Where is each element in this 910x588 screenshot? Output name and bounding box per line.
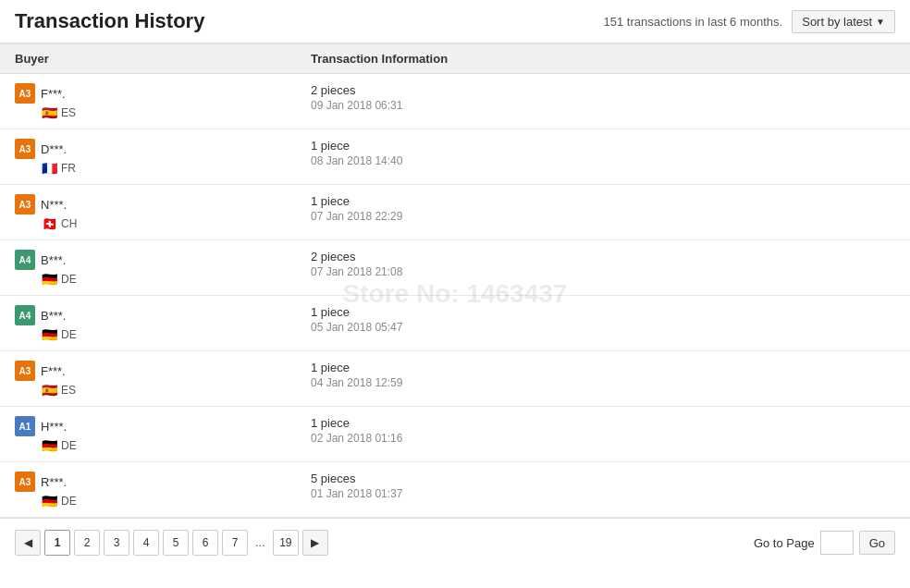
country-code: CH bbox=[61, 217, 77, 230]
avatar: A3 bbox=[15, 139, 35, 159]
sort-label: Sort by latest bbox=[802, 15, 872, 29]
tx-date: 05 Jan 2018 05:47 bbox=[311, 321, 895, 334]
buyer-top: A3 F***. bbox=[15, 83, 311, 104]
tx-pieces: 1 piece bbox=[311, 416, 895, 430]
buyer-top: A3 R***. bbox=[15, 472, 311, 492]
tx-date: 07 Jan 2018 22:29 bbox=[311, 210, 895, 223]
buyer-col: A3 F***. 🇪🇸 ES bbox=[15, 361, 311, 397]
pagination: ◀ 1234567...19 ▶ Go to Page Go bbox=[0, 518, 910, 567]
tx-col: 1 piece 07 Jan 2018 22:29 bbox=[311, 194, 895, 223]
buyer-top: A3 N***. bbox=[15, 194, 311, 214]
buyer-top: A3 F***. bbox=[15, 361, 311, 381]
avatar: A3 bbox=[15, 472, 35, 492]
buyer-country: 🇪🇸 ES bbox=[41, 384, 311, 397]
buyer-country: 🇩🇪 DE bbox=[41, 328, 311, 341]
pagination-ellipsis: ... bbox=[252, 530, 269, 556]
prev-page-button[interactable]: ◀ bbox=[15, 530, 41, 556]
goto-input[interactable] bbox=[820, 531, 854, 555]
col-buyer-header: Buyer bbox=[15, 52, 311, 66]
page-button-3[interactable]: 3 bbox=[104, 530, 129, 556]
page-button-6[interactable]: 6 bbox=[192, 530, 218, 556]
table-row: A1 H***. 🇩🇪 DE 1 piece 02 Jan 2018 01:16 bbox=[0, 407, 910, 462]
col-transaction-header: Transaction Information bbox=[311, 52, 895, 66]
pagination-right: Go to Page Go bbox=[754, 531, 895, 555]
flag-icon: 🇩🇪 bbox=[41, 496, 57, 507]
avatar: A3 bbox=[15, 361, 35, 381]
buyer-country: 🇩🇪 DE bbox=[41, 273, 311, 286]
buyer-col: A3 N***. 🇨🇭 CH bbox=[15, 194, 311, 230]
buyer-col: A4 B***. 🇩🇪 DE bbox=[15, 305, 311, 341]
page-button-5[interactable]: 5 bbox=[163, 530, 189, 556]
table-row: A3 F***. 🇪🇸 ES 2 pieces 09 Jan 2018 06:3… bbox=[0, 74, 910, 129]
sort-button[interactable]: Sort by latest ▼ bbox=[792, 10, 895, 33]
tx-pieces: 2 pieces bbox=[311, 250, 895, 263]
next-page-button[interactable]: ▶ bbox=[302, 530, 328, 556]
flag-icon: 🇪🇸 bbox=[41, 385, 57, 396]
buyer-top: A3 D***. bbox=[15, 139, 311, 159]
buyer-country: 🇪🇸 ES bbox=[41, 106, 311, 119]
flag-icon: 🇫🇷 bbox=[41, 163, 57, 174]
tx-date: 09 Jan 2018 06:31 bbox=[311, 99, 895, 112]
buyer-col: A1 H***. 🇩🇪 DE bbox=[15, 416, 311, 452]
table-row: A3 R***. 🇩🇪 DE 5 pieces 01 Jan 2018 01:3… bbox=[0, 462, 910, 518]
buyer-country: 🇩🇪 DE bbox=[41, 495, 311, 508]
country-code: DE bbox=[61, 273, 77, 286]
buyer-col: A4 B***. 🇩🇪 DE bbox=[15, 250, 311, 286]
tx-pieces: 1 piece bbox=[311, 139, 895, 153]
buyer-name: H***. bbox=[41, 420, 67, 434]
page-title: Transaction History bbox=[15, 9, 204, 33]
buyer-top: A4 B***. bbox=[15, 250, 311, 270]
tx-date: 08 Jan 2018 14:40 bbox=[311, 154, 895, 167]
goto-label: Go to Page bbox=[754, 536, 815, 550]
buyer-name: N***. bbox=[41, 198, 67, 212]
country-code: ES bbox=[61, 384, 76, 397]
go-button[interactable]: Go bbox=[859, 531, 895, 555]
buyer-country: 🇫🇷 FR bbox=[41, 162, 311, 175]
buyer-name: B***. bbox=[41, 309, 66, 323]
flag-icon: 🇩🇪 bbox=[41, 329, 57, 340]
transaction-count: 151 transactions in last 6 months. bbox=[604, 15, 783, 29]
page-button-4[interactable]: 4 bbox=[133, 530, 159, 556]
rows-container: A3 F***. 🇪🇸 ES 2 pieces 09 Jan 2018 06:3… bbox=[0, 74, 910, 518]
buyer-top: A1 H***. bbox=[15, 416, 311, 436]
page-button-1[interactable]: 1 bbox=[44, 530, 70, 556]
country-code: ES bbox=[61, 106, 76, 119]
buyer-country: 🇩🇪 DE bbox=[41, 439, 311, 452]
tx-pieces: 2 pieces bbox=[311, 83, 895, 97]
buyer-name: F***. bbox=[41, 87, 66, 101]
table-row: A4 B***. 🇩🇪 DE 2 pieces 07 Jan 2018 21:0… bbox=[0, 240, 910, 296]
table-row: A4 B***. 🇩🇪 DE 1 piece 05 Jan 2018 05:47 bbox=[0, 296, 910, 351]
tx-date: 07 Jan 2018 21:08 bbox=[311, 265, 895, 278]
tx-col: 1 piece 08 Jan 2018 14:40 bbox=[311, 139, 895, 167]
avatar: A4 bbox=[15, 250, 35, 270]
header-right: 151 transactions in last 6 months. Sort … bbox=[604, 10, 895, 33]
flag-icon: 🇨🇭 bbox=[41, 218, 57, 229]
page-button-2[interactable]: 2 bbox=[74, 530, 100, 556]
tx-col: 1 piece 02 Jan 2018 01:16 bbox=[311, 416, 895, 445]
buyer-col: A3 R***. 🇩🇪 DE bbox=[15, 472, 311, 508]
country-code: FR bbox=[61, 162, 76, 175]
tx-date: 02 Jan 2018 01:16 bbox=[311, 432, 895, 445]
avatar: A3 bbox=[15, 194, 35, 214]
tx-pieces: 1 piece bbox=[311, 361, 895, 374]
country-code: DE bbox=[61, 495, 77, 508]
page-wrapper: Store No: 1463437 Transaction History 15… bbox=[0, 0, 910, 588]
table-row: A3 D***. 🇫🇷 FR 1 piece 08 Jan 2018 14:40 bbox=[0, 129, 910, 185]
avatar: A3 bbox=[15, 83, 35, 104]
tx-col: 1 piece 04 Jan 2018 12:59 bbox=[311, 361, 895, 389]
flag-icon: 🇩🇪 bbox=[41, 274, 57, 285]
buyer-country: 🇨🇭 CH bbox=[41, 217, 311, 230]
page-button-19[interactable]: 19 bbox=[273, 530, 299, 556]
flag-icon: 🇩🇪 bbox=[41, 440, 57, 451]
flag-icon: 🇪🇸 bbox=[41, 107, 57, 118]
tx-col: 5 pieces 01 Jan 2018 01:37 bbox=[311, 472, 895, 500]
page-header: Transaction History 151 transactions in … bbox=[0, 0, 910, 44]
table-header: Buyer Transaction Information bbox=[0, 44, 910, 74]
tx-date: 04 Jan 2018 12:59 bbox=[311, 376, 895, 389]
tx-col: 1 piece 05 Jan 2018 05:47 bbox=[311, 305, 895, 334]
table-row: A3 N***. 🇨🇭 CH 1 piece 07 Jan 2018 22:29 bbox=[0, 185, 910, 240]
buyer-top: A4 B***. bbox=[15, 305, 311, 325]
page-buttons: 1234567...19 bbox=[44, 530, 299, 556]
tx-col: 2 pieces 07 Jan 2018 21:08 bbox=[311, 250, 895, 278]
page-button-7[interactable]: 7 bbox=[222, 530, 248, 556]
